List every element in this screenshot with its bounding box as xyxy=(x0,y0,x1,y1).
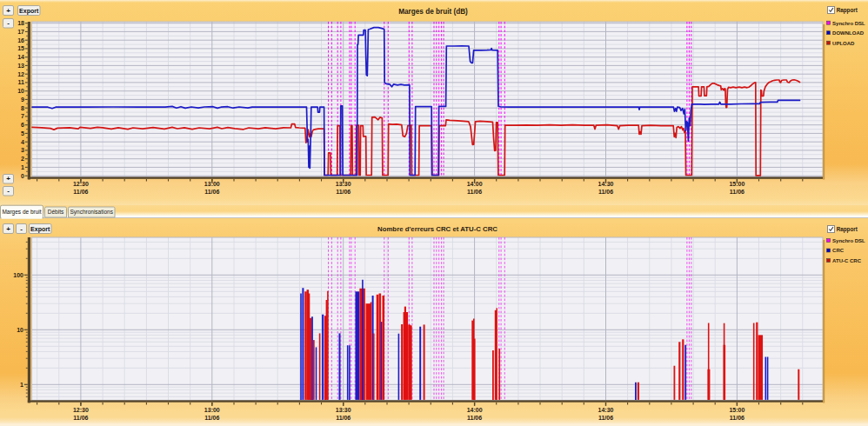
svg-text:-: - xyxy=(7,187,10,195)
svg-text:11/06: 11/06 xyxy=(336,415,351,421)
svg-text:13:00: 13:00 xyxy=(204,407,220,413)
svg-text:Synchronisations: Synchronisations xyxy=(70,209,113,216)
svg-text:13: 13 xyxy=(17,63,24,69)
svg-text:1: 1 xyxy=(21,164,24,170)
svg-text:14:30: 14:30 xyxy=(598,407,614,413)
svg-text:11/06: 11/06 xyxy=(467,415,482,421)
svg-text:11: 11 xyxy=(18,79,25,85)
svg-text:DOWNLOAD: DOWNLOAD xyxy=(832,30,865,36)
svg-text:Synchro DSL: Synchro DSL xyxy=(832,238,865,243)
svg-text:Export: Export xyxy=(30,226,50,233)
svg-text:ATU-C CRC: ATU-C CRC xyxy=(832,258,862,263)
svg-text:14:00: 14:00 xyxy=(467,181,483,187)
svg-text:Synchro DSL: Synchro DSL xyxy=(832,21,865,26)
svg-text:UPLOAD: UPLOAD xyxy=(832,41,855,46)
svg-text:Nombre d'erreurs CRC et ATU-C: Nombre d'erreurs CRC et ATU-C CRC xyxy=(377,225,497,233)
svg-text:11/06: 11/06 xyxy=(336,189,351,195)
svg-text:11/06: 11/06 xyxy=(73,415,88,421)
svg-text:Rapport: Rapport xyxy=(837,226,858,233)
svg-text:6: 6 xyxy=(21,122,24,128)
svg-text:12:30: 12:30 xyxy=(73,181,89,187)
svg-text:Marges de bruit: Marges de bruit xyxy=(2,209,41,216)
svg-text:18: 18 xyxy=(17,20,24,26)
svg-text:10: 10 xyxy=(17,327,23,333)
svg-text:0: 0 xyxy=(21,173,24,179)
svg-text:13:30: 13:30 xyxy=(336,407,351,413)
svg-text:11/06: 11/06 xyxy=(730,415,744,421)
svg-text:13:00: 13:00 xyxy=(204,181,220,187)
svg-text:Débits: Débits xyxy=(48,209,64,215)
svg-text:14:00: 14:00 xyxy=(467,407,483,413)
svg-text:+: + xyxy=(6,175,10,183)
svg-text:15: 15 xyxy=(17,45,24,51)
svg-text:11/06: 11/06 xyxy=(598,415,613,421)
svg-text:15:00: 15:00 xyxy=(729,181,744,187)
svg-text:11/06: 11/06 xyxy=(204,189,219,195)
svg-text:7: 7 xyxy=(21,113,24,119)
svg-text:-: - xyxy=(20,225,23,233)
svg-text:1: 1 xyxy=(20,382,23,388)
svg-text:5: 5 xyxy=(21,130,24,136)
svg-text:Export: Export xyxy=(19,8,39,15)
svg-text:Rapport: Rapport xyxy=(837,7,858,14)
svg-text:3: 3 xyxy=(21,147,24,153)
svg-text:4: 4 xyxy=(21,139,24,145)
svg-text:11/06: 11/06 xyxy=(204,415,219,421)
svg-text:9: 9 xyxy=(21,97,24,103)
svg-text:15:00: 15:00 xyxy=(729,407,744,413)
svg-text:2: 2 xyxy=(21,156,24,162)
svg-text:13:30: 13:30 xyxy=(336,181,351,187)
svg-text:10: 10 xyxy=(17,88,24,94)
svg-text:17: 17 xyxy=(17,29,24,35)
svg-text:Marges de bruit (dB): Marges de bruit (dB) xyxy=(398,8,468,16)
svg-text:CRC: CRC xyxy=(832,248,845,253)
svg-text:8: 8 xyxy=(21,105,24,111)
svg-text:16: 16 xyxy=(17,37,24,43)
svg-text:+: + xyxy=(6,225,10,233)
svg-text:11/06: 11/06 xyxy=(730,189,744,195)
svg-text:11/06: 11/06 xyxy=(467,189,482,195)
svg-text:100: 100 xyxy=(13,272,23,278)
svg-text:11/06: 11/06 xyxy=(73,189,88,195)
svg-text:14: 14 xyxy=(17,54,24,60)
svg-text:12:30: 12:30 xyxy=(73,407,89,413)
svg-text:12: 12 xyxy=(17,71,24,77)
svg-text:11/06: 11/06 xyxy=(598,189,613,195)
svg-text:14:30: 14:30 xyxy=(598,181,614,187)
svg-text:+: + xyxy=(6,7,10,15)
svg-text:-: - xyxy=(7,19,10,27)
